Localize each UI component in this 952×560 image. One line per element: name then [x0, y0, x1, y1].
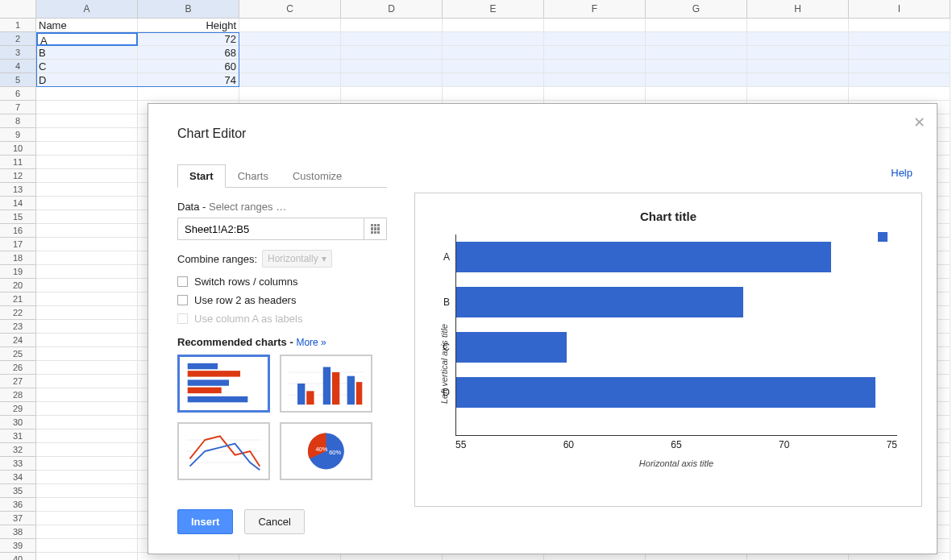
cell-E6[interactable] [443, 87, 544, 101]
cell-D6[interactable] [341, 87, 443, 101]
row-header-15[interactable]: 15 [0, 210, 36, 224]
cell-H6[interactable] [747, 87, 849, 101]
cell-G6[interactable] [646, 87, 747, 101]
cell-E5[interactable] [443, 73, 544, 87]
use-row2-checkbox[interactable] [177, 295, 188, 305]
row-header-27[interactable]: 27 [0, 375, 36, 388]
cell-F1[interactable] [544, 19, 646, 32]
thumb-line[interactable] [177, 422, 270, 480]
row-header-34[interactable]: 34 [0, 471, 36, 484]
cell-B2[interactable]: 72 [138, 32, 239, 46]
cell-C5[interactable] [239, 73, 341, 87]
cell-H5[interactable] [747, 73, 849, 87]
cell-A7[interactable] [36, 101, 138, 114]
row-header-14[interactable]: 14 [0, 197, 36, 210]
cell-A20[interactable] [36, 279, 138, 292]
row-header-7[interactable]: 7 [0, 101, 36, 114]
cell-C3[interactable] [239, 46, 341, 60]
row-header-10[interactable]: 10 [0, 142, 36, 156]
row-header-6[interactable]: 6 [0, 87, 36, 101]
row-header-13[interactable]: 13 [0, 183, 36, 197]
cell-I1[interactable] [849, 19, 950, 32]
row-header-37[interactable]: 37 [0, 512, 36, 525]
col-header-C[interactable]: C [239, 0, 341, 19]
cell-F4[interactable] [544, 60, 646, 73]
cell-D4[interactable] [341, 60, 443, 73]
row-header-40[interactable]: 40 [0, 553, 36, 560]
cell-A31[interactable] [36, 429, 138, 443]
cell-A18[interactable] [36, 251, 138, 265]
more-charts-link[interactable]: More » [296, 337, 326, 348]
range-picker-button[interactable] [364, 218, 386, 239]
help-link[interactable]: Help [891, 167, 913, 179]
cell-F5[interactable] [544, 73, 646, 87]
row-header-38[interactable]: 38 [0, 525, 36, 539]
col-header-A[interactable]: A [36, 0, 138, 19]
cell-B4[interactable]: 60 [138, 60, 239, 73]
cell-F3[interactable] [544, 46, 646, 60]
row-header-4[interactable]: 4 [0, 60, 36, 73]
cell-I6[interactable] [849, 87, 950, 101]
row-header-22[interactable]: 22 [0, 306, 36, 320]
cell-A16[interactable] [36, 224, 138, 238]
cell-A1[interactable]: Name [36, 19, 138, 32]
tab-customize[interactable]: Customize [281, 164, 354, 188]
cell-G1[interactable] [646, 19, 747, 32]
cell-G2[interactable] [646, 32, 747, 46]
row-header-31[interactable]: 31 [0, 429, 36, 443]
cell-H2[interactable] [747, 32, 849, 46]
cell-A15[interactable] [36, 210, 138, 224]
select-all-corner[interactable] [0, 0, 36, 19]
cell-A4[interactable]: C [36, 60, 138, 73]
thumb-pie[interactable]: 40% 60% [280, 422, 372, 480]
row-header-29[interactable]: 29 [0, 402, 36, 416]
col-header-D[interactable]: D [341, 0, 443, 19]
cell-B1[interactable]: Height [138, 19, 239, 32]
cell-B5[interactable]: 74 [138, 73, 239, 87]
col-header-E[interactable]: E [443, 0, 544, 19]
row-header-11[interactable]: 11 [0, 156, 36, 169]
cell-F6[interactable] [544, 87, 646, 101]
row-header-12[interactable]: 12 [0, 169, 36, 183]
row-header-17[interactable]: 17 [0, 238, 36, 251]
cell-C4[interactable] [239, 60, 341, 73]
cell-A2[interactable]: A [36, 32, 138, 46]
row-header-25[interactable]: 25 [0, 347, 36, 361]
cell-I2[interactable] [849, 32, 950, 46]
cell-A36[interactable] [36, 498, 138, 512]
cell-G4[interactable] [646, 60, 747, 73]
cell-A35[interactable] [36, 484, 138, 498]
cell-A17[interactable] [36, 238, 138, 251]
close-icon[interactable]: ✕ [913, 114, 925, 131]
cell-A19[interactable] [36, 265, 138, 279]
row-header-36[interactable]: 36 [0, 498, 36, 512]
cell-A8[interactable] [36, 114, 138, 128]
cell-E1[interactable] [443, 19, 544, 32]
row-header-21[interactable]: 21 [0, 292, 36, 306]
tab-charts[interactable]: Charts [226, 164, 281, 188]
range-input[interactable] [178, 218, 364, 239]
cell-A11[interactable] [36, 156, 138, 169]
cell-A24[interactable] [36, 334, 138, 347]
row-header-1[interactable]: 1 [0, 19, 36, 32]
row-header-18[interactable]: 18 [0, 251, 36, 265]
cell-C6[interactable] [239, 87, 341, 101]
cell-D1[interactable] [341, 19, 443, 32]
cell-A26[interactable] [36, 361, 138, 375]
row-header-24[interactable]: 24 [0, 334, 36, 347]
cell-A30[interactable] [36, 416, 138, 429]
row-header-23[interactable]: 23 [0, 320, 36, 334]
cell-A37[interactable] [36, 512, 138, 525]
cell-H3[interactable] [747, 46, 849, 60]
switch-rows-cols-checkbox[interactable] [177, 276, 188, 287]
cell-A28[interactable] [36, 388, 138, 402]
cell-F2[interactable] [544, 32, 646, 46]
cell-E3[interactable] [443, 46, 544, 60]
row-header-20[interactable]: 20 [0, 279, 36, 292]
cell-A38[interactable] [36, 525, 138, 539]
row-header-35[interactable]: 35 [0, 484, 36, 498]
cell-A12[interactable] [36, 169, 138, 183]
thumb-horizontal-bar[interactable] [177, 355, 270, 413]
cell-A6[interactable] [36, 87, 138, 101]
col-header-G[interactable]: G [646, 0, 747, 19]
